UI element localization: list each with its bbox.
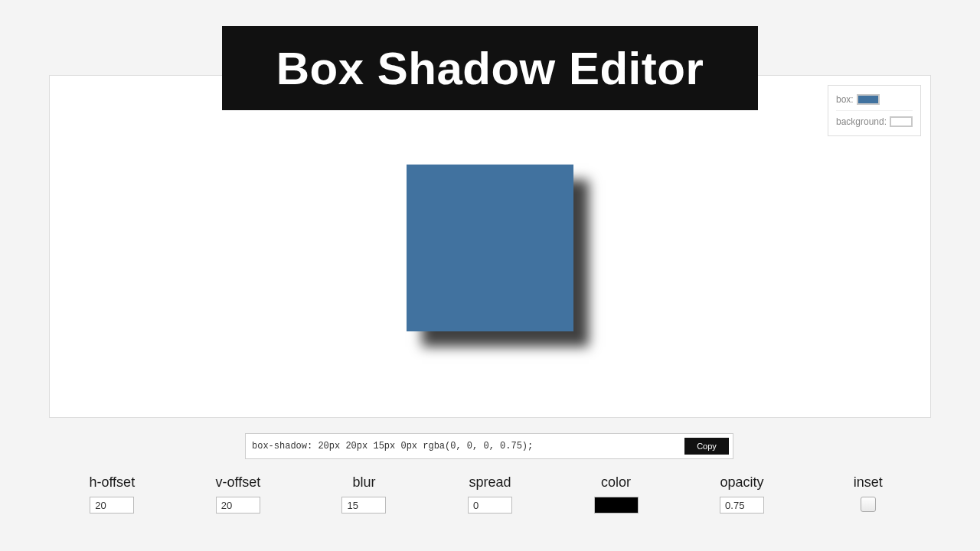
controls-row: h-offset v-offset blur spread color opac…	[49, 474, 931, 514]
inset-checkbox[interactable]	[861, 497, 876, 512]
background-color-row: background:	[836, 110, 913, 129]
page-title: Box Shadow Editor	[276, 42, 704, 95]
page-title-bar: Box Shadow Editor	[222, 26, 758, 110]
copy-button[interactable]: Copy	[684, 438, 729, 455]
blur-input[interactable]	[341, 497, 386, 514]
box-color-row: box:	[836, 92, 913, 107]
h-offset-input[interactable]	[90, 497, 134, 514]
color-label: color	[601, 474, 631, 491]
v-offset-input[interactable]	[216, 497, 260, 514]
background-color-swatch[interactable]	[890, 116, 913, 127]
control-color: color	[563, 474, 670, 514]
spread-label: spread	[469, 474, 511, 491]
control-v-offset: v-offset	[185, 474, 292, 514]
background-color-label: background:	[836, 116, 887, 127]
css-output-text: box-shadow: 20px 20px 15px 0px rgba(0, 0…	[252, 441, 533, 452]
control-opacity: opacity	[688, 474, 795, 514]
inset-label: inset	[854, 474, 883, 491]
control-spread: spread	[436, 474, 544, 514]
shadow-color-input[interactable]	[594, 497, 639, 514]
box-color-label: box:	[836, 94, 854, 105]
control-blur: blur	[310, 474, 417, 514]
color-panel: box: background:	[828, 85, 921, 136]
opacity-input[interactable]	[720, 497, 764, 514]
control-h-offset: h-offset	[58, 474, 165, 514]
opacity-label: opacity	[720, 474, 764, 491]
blur-label: blur	[352, 474, 375, 491]
css-output-bar: box-shadow: 20px 20px 15px 0px rgba(0, 0…	[245, 433, 733, 459]
preview-panel: box: background:	[49, 75, 931, 418]
preview-box	[407, 165, 573, 331]
box-color-swatch[interactable]	[857, 94, 880, 105]
h-offset-label: h-offset	[89, 474, 135, 491]
v-offset-label: v-offset	[215, 474, 260, 491]
control-inset: inset	[815, 474, 922, 512]
spread-input[interactable]	[468, 497, 512, 514]
